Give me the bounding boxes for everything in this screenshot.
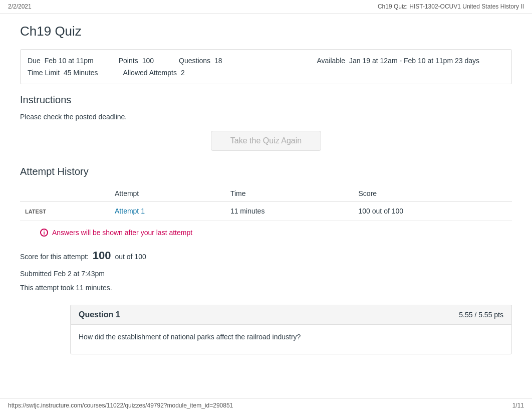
top-bar: 2/2/2021 Ch19 Quiz: HIST-1302-OCUV1 Unit… [0,0,532,14]
score-out-of: out of 100 [115,253,146,261]
quiz-meta: Due Feb 10 at 11pm Points 100 Questions … [20,49,512,84]
due-label: Due [28,57,41,65]
answers-notice-text: Answers will be shown after your last at… [52,229,192,237]
status-bar: https://swtjc.instructure.com/courses/11… [0,398,532,412]
points-label: Points [119,57,138,65]
attempt-table-body: LATEST Attempt 1 11 minutes 100 out of 1… [20,202,512,221]
question-body: How did the establishment of national pa… [70,324,512,354]
available-value: Jan 19 at 12am - Feb 10 at 11pm [349,57,453,65]
course-label: Ch19 Quiz: HIST-1302-OCUV1 United States… [378,3,524,10]
meta-due: Due Feb 10 at 11pm [28,57,94,65]
instructions-section: Instructions Please check the posted dea… [20,94,512,121]
take-quiz-button[interactable]: Take the Quiz Again [211,131,321,151]
instructions-title: Instructions [20,94,512,106]
score-summary: Score for this attempt: 100 out of 100 S… [20,245,512,295]
meta-allowed-attempts: Allowed Attempts 2 [123,69,185,77]
row-attempt: Attempt 1 [110,202,225,221]
points-value: 100 [142,57,154,65]
question-header: Question 1 5.55 / 5.55 pts [70,305,512,324]
table-row: LATEST Attempt 1 11 minutes 100 out of 1… [20,202,512,221]
attempt-table-head: Attempt Time Score [20,185,512,202]
meta-available: Available Jan 19 at 12am - Feb 10 at 11p… [317,57,479,65]
col-header-score: Score [354,185,512,202]
took-line: This attempt took 11 minutes. [20,281,512,295]
score-line: Score for this attempt: 100 out of 100 [20,245,512,267]
take-quiz-container: Take the Quiz Again [20,131,512,151]
col-header-attempt: Attempt [110,185,225,202]
answers-notice: i Answers will be shown after your last … [40,229,512,237]
available-label: Available [317,57,345,65]
attempt-link[interactable]: Attempt 1 [115,207,145,215]
main-content: Ch19 Quiz Due Feb 10 at 11pm Points 100 … [0,14,532,374]
allowed-attempts-label: Allowed Attempts [123,69,177,77]
question-title: Question 1 [79,310,120,319]
time-limit-label: Time Limit [28,69,60,77]
questions-value: 18 [214,57,222,65]
days-value: 23 days [455,57,479,65]
question-points: 5.55 / 5.55 pts [459,311,503,319]
meta-questions: Questions 18 [179,57,222,65]
quiz-title: Ch19 Quiz [20,24,512,39]
submitted-line: Submitted Feb 2 at 7:43pm [20,267,512,281]
questions-label: Questions [179,57,210,65]
question-section: Question 1 5.55 / 5.55 pts How did the e… [70,305,512,354]
question-body-text: How did the establishment of national pa… [79,333,503,341]
col-header-tag [20,185,110,202]
meta-points: Points 100 [119,57,154,65]
instructions-text: Please check the posted deadline. [20,113,512,121]
status-url: https://swtjc.instructure.com/courses/11… [8,402,233,409]
row-time: 11 minutes [225,202,354,221]
col-header-time: Time [225,185,354,202]
date-label: 2/2/2021 [8,3,32,10]
meta-time-limit: Time Limit 45 Minutes [28,69,98,77]
attempt-table: Attempt Time Score LATEST Attempt 1 11 m… [20,185,512,221]
notice-icon: i [40,229,48,237]
latest-badge: LATEST [25,209,46,215]
status-page: 1/11 [512,402,524,409]
row-score: 100 out of 100 [354,202,512,221]
row-tag: LATEST [20,202,110,221]
allowed-attempts-value: 2 [181,69,185,77]
meta-row-2: Time Limit 45 Minutes Allowed Attempts 2 [28,67,504,79]
attempt-table-header-row: Attempt Time Score [20,185,512,202]
time-limit-value: 45 Minutes [64,69,98,77]
score-label: Score for this attempt: [20,253,89,261]
meta-row-1: Due Feb 10 at 11pm Points 100 Questions … [28,55,504,67]
score-number: 100 [93,249,111,262]
due-value: Feb 10 at 11pm [45,57,94,65]
attempt-history-title: Attempt History [20,166,512,177]
